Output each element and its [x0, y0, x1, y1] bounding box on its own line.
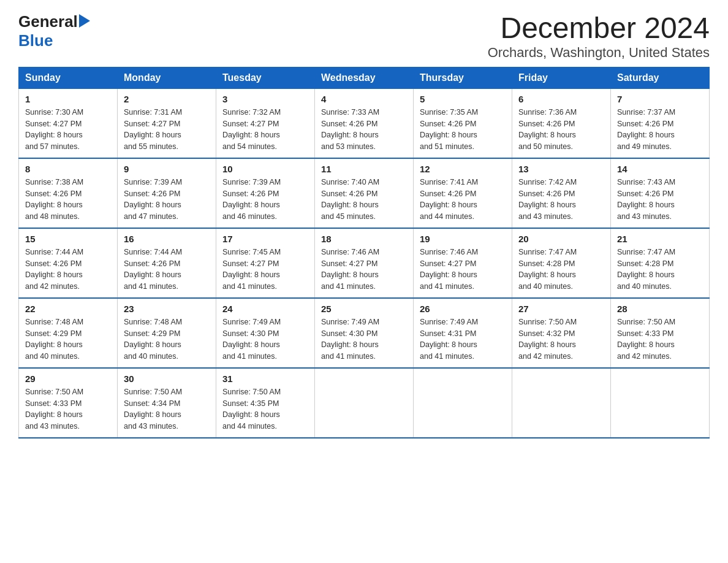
day-number: 15: [25, 234, 111, 244]
day-detail: Sunrise: 7:32 AM Sunset: 4:27 PM Dayligh…: [222, 107, 308, 153]
svg-marker-0: [79, 14, 90, 28]
day-number: 4: [321, 94, 407, 104]
day-detail: Sunrise: 7:49 AM Sunset: 4:30 PM Dayligh…: [222, 316, 308, 362]
calendar-cell: [315, 368, 414, 438]
calendar-cell: 8 Sunrise: 7:38 AM Sunset: 4:26 PM Dayli…: [19, 158, 118, 228]
day-number: 22: [25, 304, 111, 314]
day-detail: Sunrise: 7:50 AM Sunset: 4:33 PM Dayligh…: [617, 316, 703, 362]
day-number: 29: [25, 373, 111, 384]
day-detail: Sunrise: 7:46 AM Sunset: 4:27 PM Dayligh…: [321, 247, 407, 293]
logo-arrow-icon: [79, 14, 90, 28]
day-number: 12: [420, 164, 506, 174]
day-detail: Sunrise: 7:49 AM Sunset: 4:31 PM Dayligh…: [420, 316, 506, 362]
calendar-week-row: 22 Sunrise: 7:48 AM Sunset: 4:29 PM Dayl…: [19, 298, 710, 368]
calendar-cell: [414, 368, 512, 438]
calendar-header: Sunday Monday Tuesday Wednesday Thursday…: [19, 67, 710, 88]
day-detail: Sunrise: 7:49 AM Sunset: 4:30 PM Dayligh…: [321, 316, 407, 362]
day-detail: Sunrise: 7:45 AM Sunset: 4:27 PM Dayligh…: [222, 247, 308, 293]
day-detail: Sunrise: 7:30 AM Sunset: 4:27 PM Dayligh…: [25, 107, 111, 153]
day-number: 10: [222, 164, 308, 174]
day-number: 16: [124, 234, 210, 244]
col-tuesday: Tuesday: [216, 67, 315, 88]
day-number: 2: [124, 94, 210, 104]
day-detail: Sunrise: 7:50 AM Sunset: 4:35 PM Dayligh…: [222, 386, 308, 432]
day-number: 13: [518, 164, 604, 174]
calendar-cell: 27 Sunrise: 7:50 AM Sunset: 4:32 PM Dayl…: [512, 298, 611, 368]
day-detail: Sunrise: 7:48 AM Sunset: 4:29 PM Dayligh…: [124, 316, 210, 362]
title-block: December 2024 Orchards, Washington, Unit…: [488, 12, 710, 61]
day-number: 26: [420, 304, 506, 314]
day-detail: Sunrise: 7:50 AM Sunset: 4:34 PM Dayligh…: [124, 386, 210, 432]
day-detail: Sunrise: 7:36 AM Sunset: 4:26 PM Dayligh…: [518, 107, 604, 153]
day-number: 19: [420, 234, 506, 244]
calendar-cell: 7 Sunrise: 7:37 AM Sunset: 4:26 PM Dayli…: [611, 88, 710, 158]
days-of-week-row: Sunday Monday Tuesday Wednesday Thursday…: [19, 67, 710, 88]
calendar-cell: 31 Sunrise: 7:50 AM Sunset: 4:35 PM Dayl…: [216, 368, 315, 438]
calendar-cell: 10 Sunrise: 7:39 AM Sunset: 4:26 PM Dayl…: [216, 158, 315, 228]
day-detail: Sunrise: 7:44 AM Sunset: 4:26 PM Dayligh…: [25, 247, 111, 293]
logo-general-text: General: [18, 12, 78, 31]
logo: General Blue: [18, 12, 90, 50]
col-sunday: Sunday: [19, 67, 118, 88]
calendar-cell: 9 Sunrise: 7:39 AM Sunset: 4:26 PM Dayli…: [118, 158, 216, 228]
day-number: 21: [617, 234, 703, 244]
day-number: 18: [321, 234, 407, 244]
calendar-cell: 19 Sunrise: 7:46 AM Sunset: 4:27 PM Dayl…: [414, 228, 512, 298]
calendar-cell: 15 Sunrise: 7:44 AM Sunset: 4:26 PM Dayl…: [19, 228, 118, 298]
day-number: 11: [321, 164, 407, 174]
day-number: 28: [617, 304, 703, 314]
day-detail: Sunrise: 7:37 AM Sunset: 4:26 PM Dayligh…: [617, 107, 703, 153]
calendar-cell: 1 Sunrise: 7:30 AM Sunset: 4:27 PM Dayli…: [19, 88, 118, 158]
day-detail: Sunrise: 7:42 AM Sunset: 4:26 PM Dayligh…: [518, 177, 604, 223]
page-subtitle: Orchards, Washington, United States: [488, 45, 710, 61]
day-detail: Sunrise: 7:48 AM Sunset: 4:29 PM Dayligh…: [25, 316, 111, 362]
col-saturday: Saturday: [611, 67, 710, 88]
col-thursday: Thursday: [414, 67, 512, 88]
day-detail: Sunrise: 7:38 AM Sunset: 4:26 PM Dayligh…: [25, 177, 111, 223]
calendar-cell: 14 Sunrise: 7:43 AM Sunset: 4:26 PM Dayl…: [611, 158, 710, 228]
day-number: 24: [222, 304, 308, 314]
day-detail: Sunrise: 7:40 AM Sunset: 4:26 PM Dayligh…: [321, 177, 407, 223]
calendar-body: 1 Sunrise: 7:30 AM Sunset: 4:27 PM Dayli…: [19, 88, 710, 438]
day-number: 30: [124, 373, 210, 384]
calendar-cell: 6 Sunrise: 7:36 AM Sunset: 4:26 PM Dayli…: [512, 88, 611, 158]
calendar-cell: 16 Sunrise: 7:44 AM Sunset: 4:26 PM Dayl…: [118, 228, 216, 298]
calendar-cell: 29 Sunrise: 7:50 AM Sunset: 4:33 PM Dayl…: [19, 368, 118, 438]
calendar-cell: 26 Sunrise: 7:49 AM Sunset: 4:31 PM Dayl…: [414, 298, 512, 368]
day-detail: Sunrise: 7:47 AM Sunset: 4:28 PM Dayligh…: [518, 247, 604, 293]
calendar-cell: 12 Sunrise: 7:41 AM Sunset: 4:26 PM Dayl…: [414, 158, 512, 228]
calendar-cell: 13 Sunrise: 7:42 AM Sunset: 4:26 PM Dayl…: [512, 158, 611, 228]
day-number: 14: [617, 164, 703, 174]
day-detail: Sunrise: 7:41 AM Sunset: 4:26 PM Dayligh…: [420, 177, 506, 223]
day-number: 8: [25, 164, 111, 174]
day-detail: Sunrise: 7:33 AM Sunset: 4:26 PM Dayligh…: [321, 107, 407, 153]
col-monday: Monday: [118, 67, 216, 88]
calendar-cell: [611, 368, 710, 438]
calendar-cell: 18 Sunrise: 7:46 AM Sunset: 4:27 PM Dayl…: [315, 228, 414, 298]
calendar-cell: 30 Sunrise: 7:50 AM Sunset: 4:34 PM Dayl…: [118, 368, 216, 438]
col-wednesday: Wednesday: [315, 67, 414, 88]
day-number: 5: [420, 94, 506, 104]
day-detail: Sunrise: 7:50 AM Sunset: 4:32 PM Dayligh…: [518, 316, 604, 362]
day-detail: Sunrise: 7:50 AM Sunset: 4:33 PM Dayligh…: [25, 386, 111, 432]
calendar-cell: 3 Sunrise: 7:32 AM Sunset: 4:27 PM Dayli…: [216, 88, 315, 158]
calendar-cell: 28 Sunrise: 7:50 AM Sunset: 4:33 PM Dayl…: [611, 298, 710, 368]
calendar-table: Sunday Monday Tuesday Wednesday Thursday…: [18, 67, 710, 439]
day-number: 6: [518, 94, 604, 104]
calendar-cell: 5 Sunrise: 7:35 AM Sunset: 4:26 PM Dayli…: [414, 88, 512, 158]
day-number: 23: [124, 304, 210, 314]
calendar-cell: 2 Sunrise: 7:31 AM Sunset: 4:27 PM Dayli…: [118, 88, 216, 158]
day-number: 25: [321, 304, 407, 314]
day-detail: Sunrise: 7:39 AM Sunset: 4:26 PM Dayligh…: [124, 177, 210, 223]
day-detail: Sunrise: 7:35 AM Sunset: 4:26 PM Dayligh…: [420, 107, 506, 153]
calendar-week-row: 15 Sunrise: 7:44 AM Sunset: 4:26 PM Dayl…: [19, 228, 710, 298]
day-detail: Sunrise: 7:44 AM Sunset: 4:26 PM Dayligh…: [124, 247, 210, 293]
day-number: 7: [617, 94, 703, 104]
day-number: 9: [124, 164, 210, 174]
day-detail: Sunrise: 7:43 AM Sunset: 4:26 PM Dayligh…: [617, 177, 703, 223]
calendar-cell: 20 Sunrise: 7:47 AM Sunset: 4:28 PM Dayl…: [512, 228, 611, 298]
day-detail: Sunrise: 7:39 AM Sunset: 4:26 PM Dayligh…: [222, 177, 308, 223]
day-number: 27: [518, 304, 604, 314]
calendar-cell: 4 Sunrise: 7:33 AM Sunset: 4:26 PM Dayli…: [315, 88, 414, 158]
day-number: 17: [222, 234, 308, 244]
